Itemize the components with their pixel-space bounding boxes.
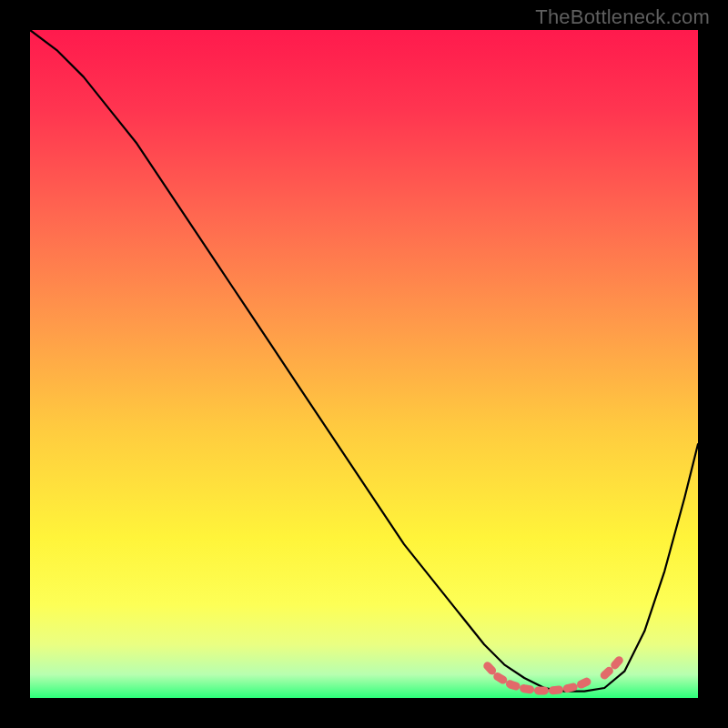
curve-layer <box>30 30 698 698</box>
chart-frame: TheBottleneck.com <box>0 0 728 728</box>
plot-area <box>30 30 698 698</box>
watermark-text: TheBottleneck.com <box>535 5 710 29</box>
optimal-range-marker-left <box>488 666 588 691</box>
bottleneck-curve <box>30 30 698 692</box>
optimal-range-marker-right <box>604 658 621 675</box>
